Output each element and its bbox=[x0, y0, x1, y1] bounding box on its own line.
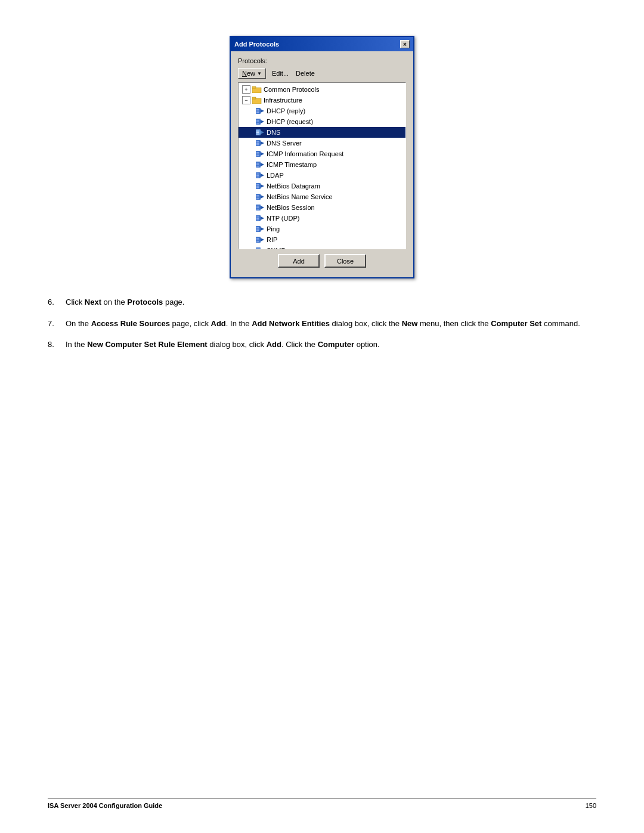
svg-rect-32 bbox=[256, 165, 259, 166]
tree-item-rip[interactable]: RIP bbox=[239, 234, 405, 245]
svg-rect-22 bbox=[256, 143, 259, 144]
list-text-6: Click Next on the Protocols page. bbox=[66, 296, 596, 308]
add-protocols-dialog: Add Protocols × Protocols: New ▼ Edit...… bbox=[230, 36, 414, 278]
svg-rect-3 bbox=[252, 97, 256, 99]
tree-item-common-protocols[interactable]: + Common Protocols bbox=[239, 84, 405, 95]
toolbar-row: New ▼ Edit... Delete bbox=[238, 68, 406, 79]
svg-rect-31 bbox=[256, 163, 259, 164]
svg-rect-58 bbox=[256, 219, 259, 221]
svg-rect-63 bbox=[256, 230, 259, 231]
tree-item-dhcp-request[interactable]: DHCP (request) bbox=[239, 116, 405, 127]
protocol-icon bbox=[255, 214, 265, 222]
list-number-6: 6. bbox=[48, 296, 66, 308]
tree-item-netbios-name[interactable]: NetBios Name Service bbox=[239, 191, 405, 202]
svg-marker-35 bbox=[261, 174, 264, 177]
svg-rect-2 bbox=[252, 98, 261, 104]
svg-rect-26 bbox=[256, 152, 259, 153]
svg-rect-46 bbox=[256, 195, 259, 196]
protocol-icon bbox=[255, 236, 265, 244]
svg-rect-42 bbox=[256, 186, 259, 187]
protocol-icon bbox=[255, 225, 265, 233]
tree-item-netbios-datagram[interactable]: NetBios Datagram bbox=[239, 181, 405, 191]
svg-rect-21 bbox=[256, 141, 259, 143]
svg-rect-51 bbox=[256, 206, 259, 207]
svg-rect-57 bbox=[256, 218, 259, 219]
tree-item-label: ICMP Information Request bbox=[267, 150, 343, 157]
svg-rect-43 bbox=[256, 187, 259, 188]
svg-rect-13 bbox=[256, 123, 259, 124]
svg-rect-1 bbox=[252, 86, 256, 88]
tree-container[interactable]: + Common Protocols − bbox=[238, 82, 406, 249]
tree-item-netbios-session[interactable]: NetBios Session bbox=[239, 202, 405, 213]
tree-item-dns-server[interactable]: DNS Server bbox=[239, 138, 405, 148]
protocols-label: Protocols: bbox=[238, 57, 406, 64]
svg-marker-20 bbox=[261, 141, 264, 145]
expander-icon[interactable]: − bbox=[242, 96, 250, 104]
svg-marker-30 bbox=[261, 163, 264, 166]
tree-item-label: DNS bbox=[267, 129, 280, 136]
add-button[interactable]: Add bbox=[278, 254, 320, 268]
protocol-icon bbox=[255, 160, 265, 169]
tree-item-dns[interactable]: DNS bbox=[239, 127, 405, 138]
tree-item-label: Infrastructure bbox=[264, 97, 302, 104]
tree-item-snmp[interactable]: SNMP bbox=[239, 245, 405, 249]
tree-item-ping[interactable]: Ping bbox=[239, 224, 405, 234]
protocol-icon bbox=[255, 203, 265, 212]
tree-item-icmp-info[interactable]: ICMP Information Request bbox=[239, 148, 405, 159]
tree-item-label: Ping bbox=[267, 225, 280, 233]
svg-rect-69 bbox=[256, 247, 261, 249]
protocol-icon bbox=[255, 193, 265, 201]
svg-rect-66 bbox=[256, 238, 259, 239]
delete-button[interactable]: Delete bbox=[293, 69, 317, 78]
svg-rect-36 bbox=[256, 174, 259, 175]
svg-marker-5 bbox=[261, 109, 264, 113]
svg-rect-47 bbox=[256, 197, 259, 198]
svg-rect-37 bbox=[256, 175, 259, 176]
tree-item-infrastructure[interactable]: − Infrastructure bbox=[239, 95, 405, 106]
instructions-list: 6. Click Next on the Protocols page. 7. … bbox=[48, 296, 596, 360]
folder-icon bbox=[252, 97, 262, 104]
page-container: Add Protocols × Protocols: New ▼ Edit...… bbox=[0, 0, 644, 833]
svg-rect-38 bbox=[256, 176, 259, 178]
svg-rect-56 bbox=[256, 216, 259, 218]
svg-marker-25 bbox=[261, 152, 264, 156]
list-text-7: On the Access Rule Sources page, click A… bbox=[66, 318, 596, 330]
dialog-close-button[interactable]: × bbox=[400, 40, 410, 48]
tree-item-label: DNS Server bbox=[267, 140, 302, 147]
tree-item-label: DHCP (reply) bbox=[267, 107, 305, 114]
svg-marker-65 bbox=[261, 238, 264, 241]
dropdown-arrow-icon: ▼ bbox=[257, 71, 262, 76]
svg-rect-17 bbox=[256, 132, 259, 134]
tree-item-label: LDAP bbox=[267, 172, 284, 179]
svg-rect-16 bbox=[256, 131, 259, 132]
close-button[interactable]: Close bbox=[324, 254, 366, 268]
tree-item-label: ICMP Timestamp bbox=[267, 161, 317, 168]
protocol-icon bbox=[255, 150, 265, 158]
svg-marker-50 bbox=[261, 206, 264, 209]
svg-rect-28 bbox=[256, 155, 259, 156]
edit-button[interactable]: Edit... bbox=[270, 69, 291, 78]
tree-item-label: NTP (UDP) bbox=[267, 215, 299, 222]
svg-rect-53 bbox=[256, 209, 259, 210]
svg-rect-8 bbox=[256, 112, 259, 113]
footer-page-number: 150 bbox=[586, 802, 596, 809]
protocol-icon bbox=[255, 171, 265, 179]
dialog-buttons: Add Close bbox=[238, 249, 406, 271]
svg-rect-6 bbox=[256, 109, 259, 110]
tree-item-label: Common Protocols bbox=[264, 86, 320, 93]
svg-rect-18 bbox=[256, 134, 259, 135]
tree-item-ntp-udp[interactable]: NTP (UDP) bbox=[239, 213, 405, 224]
tree-item-label: NetBios Datagram bbox=[267, 182, 320, 190]
tree-item-label: RIP bbox=[267, 236, 277, 243]
svg-marker-10 bbox=[261, 120, 264, 123]
tree-inner: + Common Protocols − bbox=[239, 83, 405, 249]
protocol-icon bbox=[255, 182, 265, 190]
tree-item-ldap[interactable]: LDAP bbox=[239, 170, 405, 181]
expander-icon[interactable]: + bbox=[242, 85, 250, 94]
new-label: New bbox=[242, 70, 255, 77]
protocol-icon bbox=[255, 107, 265, 115]
new-button[interactable]: New ▼ bbox=[238, 68, 266, 79]
tree-item-icmp-ts[interactable]: ICMP Timestamp bbox=[239, 159, 405, 170]
tree-item-dhcp-reply[interactable]: DHCP (reply) bbox=[239, 106, 405, 116]
dialog-title: Add Protocols bbox=[234, 41, 279, 48]
